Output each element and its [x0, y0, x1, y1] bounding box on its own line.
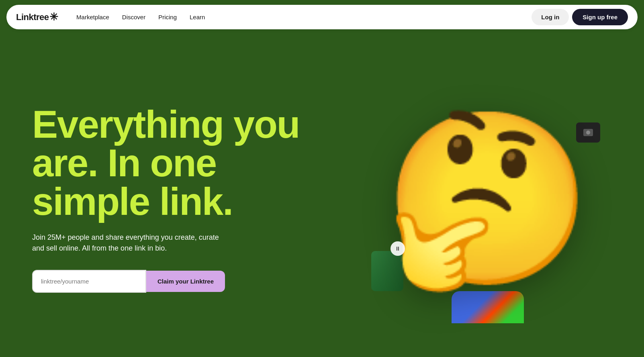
- navbar: Linktree✳ Marketplace Discover Pricing L…: [6, 5, 638, 29]
- pause-icon: ⏸: [395, 245, 401, 252]
- thinking-emoji: 🤔: [382, 114, 593, 283]
- signup-button[interactable]: Sign up free: [572, 9, 628, 25]
- cta-input[interactable]: [32, 270, 146, 293]
- nav-link-discover[interactable]: Discover: [117, 10, 151, 24]
- hero-content: Everything you are. In one simple link. …: [32, 105, 356, 293]
- hero-subtitle: Join 25M+ people and share everything yo…: [32, 232, 225, 254]
- hero-section: Everything you are. In one simple link. …: [0, 34, 644, 357]
- login-button[interactable]: Log in: [532, 9, 569, 25]
- pause-button[interactable]: ⏸: [390, 241, 405, 256]
- emoji-body: [452, 291, 524, 323]
- emoji-container: ⏸ 🤔: [383, 74, 592, 323]
- logo-text: Linktree: [16, 12, 49, 22]
- nav-link-learn[interactable]: Learn: [184, 10, 211, 24]
- claim-linktree-button[interactable]: Claim your Linktree: [146, 271, 225, 292]
- navbar-left: Linktree✳ Marketplace Discover Pricing L…: [16, 10, 211, 24]
- hero-title: Everything you are. In one simple link.: [32, 105, 356, 221]
- navbar-right: Log in Sign up free: [532, 9, 628, 25]
- logo[interactable]: Linktree✳: [16, 11, 58, 23]
- hero-visual: ⏸ 🤔: [356, 58, 620, 339]
- nav-links: Marketplace Discover Pricing Learn: [71, 10, 211, 24]
- hero-cta: Claim your Linktree: [32, 270, 225, 293]
- nav-link-pricing[interactable]: Pricing: [153, 10, 182, 24]
- logo-asterisk: ✳: [49, 11, 58, 23]
- nav-link-marketplace[interactable]: Marketplace: [71, 10, 115, 24]
